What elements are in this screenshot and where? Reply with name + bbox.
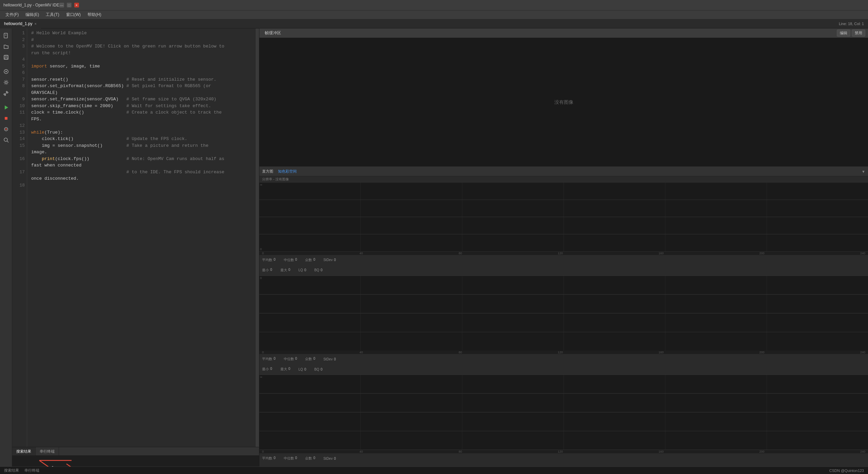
tab-serial-terminal[interactable]: 串行终端 xyxy=(36,447,59,455)
svg-point-12 xyxy=(4,138,7,141)
stat-lq-1: LQ 0 xyxy=(298,268,306,272)
histogram-x-axis-3: 0 40 80 120 160 200 240 xyxy=(259,450,868,453)
right-top-bar: 帧缓冲区 编辑 禁用 xyxy=(259,28,868,38)
histogram-x-axis-2: 0 40 80 120 160 200 240 xyxy=(259,351,868,354)
disable-button[interactable]: 禁用 xyxy=(852,29,865,37)
new-file-button[interactable] xyxy=(1,31,11,41)
status-serial: 串行终端 xyxy=(24,468,39,473)
tab-helloworld[interactable]: helloworld_1.py × xyxy=(0,19,41,28)
close-button[interactable]: × xyxy=(74,3,79,7)
tab-label: helloworld_1.py xyxy=(4,21,32,26)
histogram-section-3: ∞ xyxy=(259,375,868,474)
svg-rect-5 xyxy=(5,58,7,59)
menu-help[interactable]: 帮助(H) xyxy=(85,11,104,18)
svg-point-8 xyxy=(5,81,7,83)
stat-bq-1: BQ 0 xyxy=(314,268,322,272)
svg-point-7 xyxy=(5,71,7,72)
menu-bar: 文件(F) 编辑(E) 工具(T) 窗口(W) 帮助(H) xyxy=(0,10,868,19)
hist-y-top-3: ∞ xyxy=(260,375,262,379)
tab-search-results[interactable]: 搜索结果 xyxy=(12,447,36,455)
histogram-stats-1b: 最小 0 最大 0 LQ 0 BQ 0 xyxy=(259,265,868,275)
histogram-area: 直方图 知色彩空间 ▼ 分辨率 - 没有图像 ∞ xyxy=(259,167,868,474)
stat-min-1: 最小 0 xyxy=(262,268,272,273)
code-editor[interactable]: 1 2 3 4 5 6 7 8 9 10 11 12 13 14 15 16 xyxy=(12,28,259,447)
status-bar: 搜索结果 串行终端 CSDN @Quinton123 xyxy=(0,467,868,474)
stat-stdev-1: StDev 0 xyxy=(323,258,336,262)
connect-button[interactable] xyxy=(1,66,11,77)
histogram-charts: 分辨率 - 没有图像 ∞ xyxy=(259,176,868,474)
run-button[interactable] xyxy=(1,102,11,113)
menu-tools[interactable]: 工具(T) xyxy=(43,11,62,18)
no-image-label: 没有图像 xyxy=(554,99,573,105)
svg-line-13 xyxy=(7,141,8,142)
save-file-button[interactable] xyxy=(1,52,11,62)
histogram-stats-3a: 平均数 0 中位数 0 众数 0 StDev 0 xyxy=(259,453,868,463)
histogram-canvas-1: ∞ xyxy=(259,182,868,252)
window-controls: — □ × xyxy=(59,3,79,7)
histogram-canvas-3: ∞ xyxy=(259,375,868,450)
app-title: helloworld_1.py - OpenMV IDE xyxy=(3,3,59,7)
right-panel: 帧缓冲区 编辑 禁用 没有图像 直方图 知色彩空间 ▼ 分辨率 - 没有图像 ∞ xyxy=(259,28,868,474)
stat-mode-1: 众数 0 xyxy=(305,258,315,262)
zoom-button[interactable] xyxy=(1,135,11,145)
code-content[interactable]: # Hello World Example # # Welcome to the… xyxy=(27,28,256,447)
main-layout: 1 2 3 4 5 6 7 8 9 10 11 12 13 14 15 16 xyxy=(0,28,868,474)
frame-buffer-label: 帧缓冲区 xyxy=(262,29,284,37)
bottom-tabs: 搜索结果 串行终端 xyxy=(12,447,259,455)
status-search: 搜索结果 xyxy=(4,468,19,473)
stat-mean-1: 平均数 0 xyxy=(262,258,276,262)
histogram-stats-1a: 平均数 0 中位数 0 众数 0 StDev 0 xyxy=(259,255,868,265)
editor-status: Line: 18, Col: 1 xyxy=(41,22,868,26)
stat-max-1: 最大 0 xyxy=(280,268,291,273)
color-space-rgb[interactable]: 知色彩空间 xyxy=(276,169,299,174)
tab-bar: helloworld_1.py × Line: 18, Col: 1 xyxy=(0,19,868,28)
histogram-stats-2a: 平均数 0 中位数 0 众数 0 StDev 0 xyxy=(259,354,868,364)
image-preview: 没有图像 xyxy=(259,38,868,167)
hist-y-top-2: 0 xyxy=(260,276,262,280)
histogram-title: 直方图 xyxy=(262,169,273,174)
histogram-resolution-1: 分辨率 - 没有图像 xyxy=(259,176,868,182)
menu-window[interactable]: 窗口(W) xyxy=(63,11,83,18)
histogram-header: 直方图 知色彩空间 ▼ xyxy=(259,167,868,176)
left-toolbar xyxy=(0,28,12,474)
title-bar: helloworld_1.py - OpenMV IDE — □ × xyxy=(0,0,868,10)
settings-button[interactable] xyxy=(1,77,11,87)
line-numbers: 1 2 3 4 5 6 7 8 9 10 11 12 13 14 15 16 xyxy=(12,28,27,447)
histogram-svg-2 xyxy=(259,276,868,351)
histogram-section-1: 分辨率 - 没有图像 ∞ xyxy=(259,176,868,276)
histogram-svg-1 xyxy=(259,182,868,252)
tools-button[interactable] xyxy=(1,88,11,98)
histogram-x-axis-1: 0 40 80 120 160 200 240 xyxy=(259,252,868,255)
minimize-button[interactable]: — xyxy=(59,3,64,7)
menu-edit[interactable]: 编辑(E) xyxy=(23,11,42,18)
tab-close-button[interactable]: × xyxy=(34,22,36,26)
hist-y-bot-1: 0 xyxy=(260,248,262,251)
edit-button[interactable]: 编辑 xyxy=(837,29,850,37)
svg-rect-10 xyxy=(5,117,7,120)
histogram-canvas-2: 0 xyxy=(259,276,868,351)
editor-scrollbar[interactable] xyxy=(256,28,259,447)
hist-y-top-1: ∞ xyxy=(260,183,262,186)
maximize-button[interactable]: □ xyxy=(67,3,72,7)
histogram-expand-button[interactable]: ▼ xyxy=(862,170,865,174)
stat-median-1: 中位数 0 xyxy=(284,258,297,262)
stop-button[interactable] xyxy=(1,113,11,123)
debug-button[interactable] xyxy=(1,124,11,134)
svg-marker-9 xyxy=(5,105,8,110)
status-author: CSDN @Quinton123 xyxy=(829,469,864,473)
histogram-stats-2b: 最小 0 最大 0 LQ 0 BQ 0 xyxy=(259,364,868,374)
menu-file[interactable]: 文件(F) xyxy=(3,11,21,18)
histogram-svg-3 xyxy=(259,375,868,450)
open-file-button[interactable] xyxy=(1,41,11,52)
editor-area: 1 2 3 4 5 6 7 8 9 10 11 12 13 14 15 16 xyxy=(12,28,259,474)
histogram-section-2: 0 xyxy=(259,276,868,375)
